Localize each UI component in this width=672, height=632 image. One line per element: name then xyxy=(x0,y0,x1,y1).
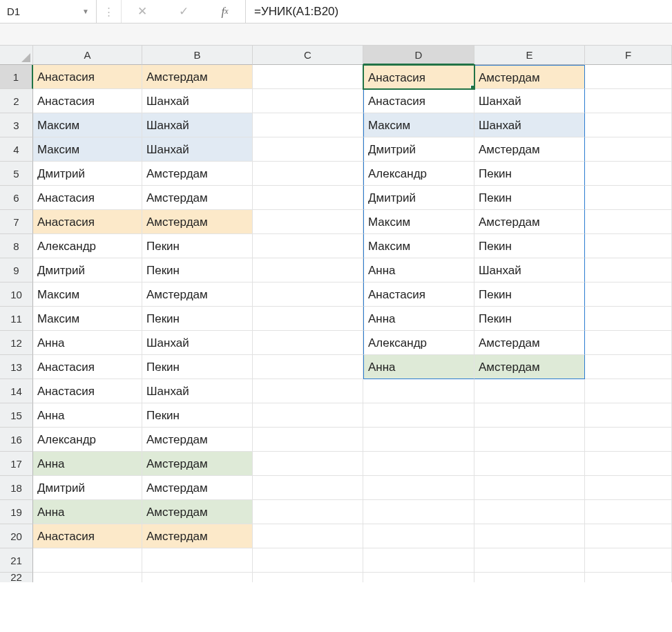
cell-D15[interactable] xyxy=(363,403,474,428)
cell-A10[interactable]: Максим xyxy=(33,283,142,307)
row-header-4[interactable]: 4 xyxy=(0,137,33,162)
cell-F1[interactable] xyxy=(585,65,672,89)
column-header-C[interactable]: C xyxy=(253,46,363,65)
cell-A22[interactable] xyxy=(33,573,142,582)
cell-B19[interactable]: Амстердам xyxy=(142,500,253,524)
cell-C4[interactable] xyxy=(253,137,363,162)
cell-E7[interactable]: Амстердам xyxy=(474,210,585,234)
cell-A16[interactable]: Александр xyxy=(33,428,142,452)
cell-D16[interactable] xyxy=(363,428,474,452)
cell-D20[interactable] xyxy=(363,524,474,548)
cell-B5[interactable]: Амстердам xyxy=(142,162,253,186)
row-header-10[interactable]: 10 xyxy=(0,283,33,307)
cell-D12[interactable]: Александр xyxy=(363,331,474,355)
cell-F11[interactable] xyxy=(585,307,672,331)
cell-B17[interactable]: Амстердам xyxy=(142,452,253,476)
cell-B1[interactable]: Амстердам xyxy=(142,65,253,89)
cell-C6[interactable] xyxy=(253,186,363,210)
cell-A19[interactable]: Анна xyxy=(33,500,142,524)
cell-B8[interactable]: Пекин xyxy=(142,234,253,258)
cell-F9[interactable] xyxy=(585,258,672,283)
cell-B12[interactable]: Шанхай xyxy=(142,331,253,355)
spreadsheet-grid[interactable]: ABCDEF1АнастасияАмстердамАнастасияАмстер… xyxy=(0,46,672,582)
cell-D10[interactable]: Анастасия xyxy=(363,283,474,307)
cell-C2[interactable] xyxy=(253,89,363,113)
cell-E9[interactable]: Шанхай xyxy=(474,258,585,283)
row-header-16[interactable]: 16 xyxy=(0,428,33,452)
insert-function-button[interactable]: fx xyxy=(204,0,246,23)
cell-B15[interactable]: Пекин xyxy=(142,403,253,428)
cell-A20[interactable]: Анастасия xyxy=(33,524,142,548)
cell-E22[interactable] xyxy=(474,573,585,582)
cell-E1[interactable]: Амстердам xyxy=(474,65,585,89)
column-header-B[interactable]: B xyxy=(142,46,253,65)
cell-A12[interactable]: Анна xyxy=(33,331,142,355)
cell-E8[interactable]: Пекин xyxy=(474,234,585,258)
cell-D11[interactable]: Анна xyxy=(363,307,474,331)
cell-A11[interactable]: Максим xyxy=(33,307,142,331)
cell-E5[interactable]: Пекин xyxy=(474,162,585,186)
cell-F18[interactable] xyxy=(585,476,672,500)
cell-F19[interactable] xyxy=(585,500,672,524)
cell-B11[interactable]: Пекин xyxy=(142,307,253,331)
row-header-18[interactable]: 18 xyxy=(0,476,33,500)
cell-D6[interactable]: Дмитрий xyxy=(363,186,474,210)
cell-C19[interactable] xyxy=(253,500,363,524)
cell-C5[interactable] xyxy=(253,162,363,186)
cell-C8[interactable] xyxy=(253,234,363,258)
column-header-D[interactable]: D xyxy=(363,46,474,65)
cell-A17[interactable]: Анна xyxy=(33,452,142,476)
cell-D7[interactable]: Максим xyxy=(363,210,474,234)
cell-A2[interactable]: Анастасия xyxy=(33,89,142,113)
cell-E15[interactable] xyxy=(474,403,585,428)
cell-F3[interactable] xyxy=(585,113,672,137)
cell-A5[interactable]: Дмитрий xyxy=(33,162,142,186)
cell-D22[interactable] xyxy=(363,573,474,582)
cell-A7[interactable]: Анастасия xyxy=(33,210,142,234)
column-header-A[interactable]: A xyxy=(33,46,142,65)
cell-F14[interactable] xyxy=(585,379,672,403)
column-header-E[interactable]: E xyxy=(474,46,585,65)
cell-F22[interactable] xyxy=(585,573,672,582)
cell-C17[interactable] xyxy=(253,452,363,476)
cell-A14[interactable]: Анастасия xyxy=(33,379,142,403)
row-header-14[interactable]: 14 xyxy=(0,379,33,403)
cell-F6[interactable] xyxy=(585,186,672,210)
cell-B6[interactable]: Амстердам xyxy=(142,186,253,210)
cell-B9[interactable]: Пекин xyxy=(142,258,253,283)
row-header-3[interactable]: 3 xyxy=(0,113,33,137)
row-header-21[interactable]: 21 xyxy=(0,548,33,573)
cell-D13[interactable]: Анна xyxy=(363,355,474,379)
cell-B2[interactable]: Шанхай xyxy=(142,89,253,113)
cell-E4[interactable]: Амстердам xyxy=(474,137,585,162)
cell-F5[interactable] xyxy=(585,162,672,186)
cell-C9[interactable] xyxy=(253,258,363,283)
cell-D21[interactable] xyxy=(363,548,474,573)
cell-D4[interactable]: Дмитрий xyxy=(363,137,474,162)
cell-E2[interactable]: Шанхай xyxy=(474,89,585,113)
row-header-12[interactable]: 12 xyxy=(0,331,33,355)
cell-C7[interactable] xyxy=(253,210,363,234)
cell-C15[interactable] xyxy=(253,403,363,428)
cell-A6[interactable]: Анастасия xyxy=(33,186,142,210)
cell-F13[interactable] xyxy=(585,355,672,379)
cell-F10[interactable] xyxy=(585,283,672,307)
row-header-17[interactable]: 17 xyxy=(0,452,33,476)
cell-F17[interactable] xyxy=(585,452,672,476)
cell-B16[interactable]: Амстердам xyxy=(142,428,253,452)
cell-D3[interactable]: Максим xyxy=(363,113,474,137)
cell-E12[interactable]: Амстердам xyxy=(474,331,585,355)
cell-E21[interactable] xyxy=(474,548,585,573)
row-header-22[interactable]: 22 xyxy=(0,573,33,582)
cell-C10[interactable] xyxy=(253,283,363,307)
name-box[interactable]: D1 ▼ xyxy=(0,0,97,23)
column-header-F[interactable]: F xyxy=(585,46,672,65)
cell-D18[interactable] xyxy=(363,476,474,500)
cell-F12[interactable] xyxy=(585,331,672,355)
cell-B10[interactable]: Амстердам xyxy=(142,283,253,307)
cell-B20[interactable]: Амстердам xyxy=(142,524,253,548)
cell-D8[interactable]: Максим xyxy=(363,234,474,258)
row-header-6[interactable]: 6 xyxy=(0,186,33,210)
row-header-19[interactable]: 19 xyxy=(0,500,33,524)
cell-D17[interactable] xyxy=(363,452,474,476)
